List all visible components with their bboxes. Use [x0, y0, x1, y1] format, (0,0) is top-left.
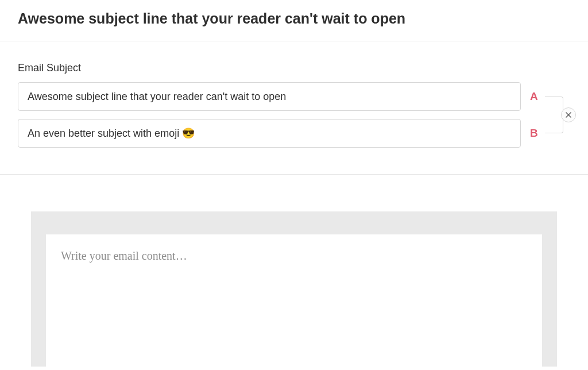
page-header: Awesome subject line that your reader ca…: [0, 0, 588, 41]
variant-b-label: B: [530, 127, 538, 140]
editor-section: Write your email content…: [0, 175, 588, 367]
email-content-editor[interactable]: Write your email content…: [46, 234, 542, 367]
subject-input-b[interactable]: [18, 119, 521, 148]
close-icon: [566, 110, 571, 120]
subject-input-a[interactable]: [18, 82, 521, 111]
variant-a-label: A: [530, 90, 538, 103]
editor-placeholder: Write your email content…: [61, 249, 187, 262]
subject-inputs-column: [18, 82, 521, 148]
subject-section: Email Subject A B: [0, 41, 588, 175]
editor-shell: Write your email content…: [31, 211, 557, 367]
subject-variants: A B: [18, 82, 570, 148]
subject-label: Email Subject: [18, 62, 570, 74]
remove-variant-button[interactable]: [561, 107, 576, 122]
subject-variant-badges: A B: [530, 82, 570, 148]
page-title: Awesome subject line that your reader ca…: [18, 10, 570, 27]
